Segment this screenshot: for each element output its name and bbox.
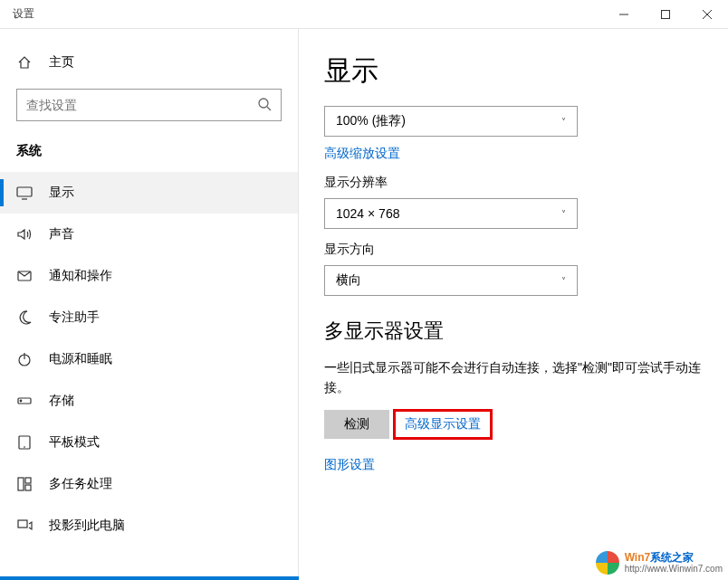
highlight-annotation: 高级显示设置 <box>393 409 493 440</box>
nav-storage[interactable]: 存储 <box>0 380 298 422</box>
category-label: 系统 <box>0 138 298 172</box>
svg-point-4 <box>259 99 268 108</box>
svg-point-12 <box>20 400 22 402</box>
home-link[interactable]: 主页 <box>0 47 298 85</box>
nav-label: 显示 <box>49 185 74 201</box>
nav-label: 通知和操作 <box>49 268 112 284</box>
multi-monitor-title: 多显示器设置 <box>324 318 703 345</box>
svg-rect-17 <box>25 485 31 490</box>
nav-display[interactable]: 显示 <box>0 172 298 214</box>
sidebar: 主页 系统 显示 声音 通知和操作 专注助手 电源和睡眠 <box>0 29 299 580</box>
speaker-icon <box>16 226 33 242</box>
chevron-down-icon: ˅ <box>561 209 566 219</box>
nav-label: 专注助手 <box>49 309 100 326</box>
power-icon <box>16 351 33 367</box>
titlebar: 设置 <box>0 0 728 29</box>
nav-sound[interactable]: 声音 <box>0 214 298 255</box>
nav-focus-assist[interactable]: 专注助手 <box>0 297 298 338</box>
watermark-title: Win7系统之家 <box>625 552 723 564</box>
chevron-down-icon: ˅ <box>561 276 566 286</box>
orientation-value: 横向 <box>336 272 361 289</box>
nav-multitasking[interactable]: 多任务处理 <box>0 463 298 505</box>
page-title: 显示 <box>324 52 703 90</box>
orientation-label: 显示方向 <box>324 242 703 258</box>
monitor-icon <box>16 185 33 201</box>
minimize-button[interactable] <box>603 0 645 29</box>
advanced-display-link[interactable]: 高级显示设置 <box>405 416 481 433</box>
nav-label: 存储 <box>49 393 74 409</box>
storage-icon <box>16 393 33 409</box>
orientation-dropdown[interactable]: 横向 ˅ <box>324 265 578 296</box>
watermark: Win7系统之家 http://www.Winwin7.com <box>596 551 723 575</box>
home-icon <box>16 54 33 71</box>
search-icon <box>257 97 272 114</box>
svg-rect-15 <box>18 478 24 490</box>
notification-icon <box>16 268 33 284</box>
svg-rect-16 <box>25 478 31 483</box>
svg-line-5 <box>267 107 271 110</box>
taskbar-edge <box>0 576 299 580</box>
chevron-down-icon: ˅ <box>561 117 566 127</box>
nav-label: 平板模式 <box>49 434 100 451</box>
window-title: 设置 <box>13 6 34 22</box>
search-box[interactable] <box>16 89 282 121</box>
maximize-button[interactable] <box>645 0 686 29</box>
resolution-dropdown[interactable]: 1024 × 768 ˅ <box>324 198 578 229</box>
multitask-icon <box>16 476 33 492</box>
window-controls <box>603 0 728 29</box>
resolution-value: 1024 × 768 <box>336 206 399 221</box>
graphics-settings-link[interactable]: 图形设置 <box>324 457 375 473</box>
nav-label: 电源和睡眠 <box>49 351 112 367</box>
svg-rect-18 <box>18 520 27 528</box>
watermark-url: http://www.Winwin7.com <box>625 564 723 574</box>
nav-label: 声音 <box>49 226 74 242</box>
scale-dropdown[interactable]: 100% (推荐) ˅ <box>324 106 578 137</box>
close-button[interactable] <box>686 0 728 29</box>
search-input[interactable] <box>26 98 257 112</box>
nav-projecting[interactable]: 投影到此电脑 <box>0 505 298 547</box>
nav-label: 投影到此电脑 <box>49 518 125 534</box>
watermark-logo-icon <box>596 551 619 575</box>
moon-icon <box>16 309 33 326</box>
resolution-label: 显示分辨率 <box>324 175 703 191</box>
detect-button[interactable]: 检测 <box>324 410 389 439</box>
svg-rect-6 <box>17 187 32 196</box>
scale-value: 100% (推荐) <box>336 113 406 129</box>
advanced-scaling-link[interactable]: 高级缩放设置 <box>324 146 400 162</box>
nav-notifications[interactable]: 通知和操作 <box>0 255 298 297</box>
main-content: 显示 100% (推荐) ˅ 高级缩放设置 显示分辨率 1024 × 768 ˅… <box>299 29 728 580</box>
project-icon <box>16 518 33 534</box>
tablet-icon <box>16 434 33 451</box>
multi-monitor-desc: 一些旧式显示器可能不会进行自动连接，选择"检测"即可尝试手动连接。 <box>324 357 703 398</box>
nav-label: 多任务处理 <box>49 476 112 492</box>
svg-rect-1 <box>662 10 670 18</box>
home-label: 主页 <box>49 54 74 71</box>
nav-tablet-mode[interactable]: 平板模式 <box>0 422 298 463</box>
nav-power-sleep[interactable]: 电源和睡眠 <box>0 338 298 380</box>
